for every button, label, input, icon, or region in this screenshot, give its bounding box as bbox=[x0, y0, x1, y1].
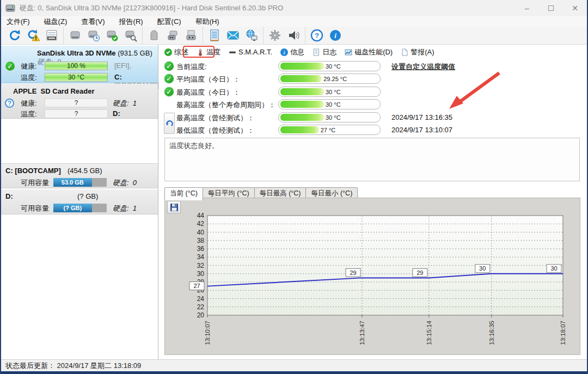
info-circle-icon: i bbox=[280, 48, 288, 56]
partition-name: D: bbox=[5, 192, 13, 200]
svg-text:13:18:07: 13:18:07 bbox=[560, 321, 566, 345]
partition-size: (? GB) bbox=[77, 192, 98, 200]
report-settings-icon[interactable] bbox=[44, 28, 60, 43]
min-temp-timestamp: 2024/9/17 13:10:07 bbox=[391, 126, 452, 134]
svg-text:29: 29 bbox=[416, 269, 423, 276]
health-bar: ? bbox=[45, 99, 108, 107]
tab-performance[interactable]: 磁盘性能(D) bbox=[345, 47, 393, 57]
temp-row-label: 平均温度（今日）： bbox=[176, 75, 240, 84]
efi-label: [EFI], bbox=[114, 62, 131, 70]
menu-config[interactable]: 配置(C) bbox=[157, 17, 181, 27]
help-icon[interactable]: ? bbox=[309, 28, 325, 43]
save-chart-button[interactable] bbox=[167, 201, 181, 213]
menu-disk[interactable]: 磁盘(Z) bbox=[44, 17, 68, 27]
health-label: 健康: bbox=[21, 62, 37, 71]
temp-row-label: 最高温度（整个寿命周期间）： bbox=[176, 100, 275, 110]
annotation-arrow bbox=[445, 70, 505, 113]
info-icon[interactable]: i bbox=[327, 28, 344, 43]
disk-clock-icon[interactable] bbox=[85, 28, 102, 43]
status-ok-icon: ✓ bbox=[164, 87, 174, 97]
disk-check-icon[interactable] bbox=[104, 28, 120, 43]
svg-text:30: 30 bbox=[197, 270, 205, 278]
save-icon bbox=[170, 203, 179, 212]
tab-alerts[interactable]: 警报(A) bbox=[401, 47, 434, 57]
temp-bar-value: 30 °C bbox=[326, 114, 341, 121]
undo-icon bbox=[166, 120, 173, 127]
tab-information[interactable]: i信息 bbox=[280, 47, 304, 57]
temp-bar-value: 30 °C bbox=[326, 101, 341, 108]
title-bar: 硬盘: 0, SanDisk Ultra 3D NVMe [21273K8009… bbox=[1, 0, 587, 16]
svg-text:13:16:35: 13:16:35 bbox=[488, 321, 495, 345]
temp-bar-value: 30 °C bbox=[326, 63, 341, 70]
temp-bar-value: 29.25 °C bbox=[323, 76, 347, 82]
disk-size: (931.5 GB) bbox=[118, 49, 152, 57]
svg-text:?: ? bbox=[315, 32, 319, 40]
temp-row-label: 当前温度: bbox=[176, 62, 207, 72]
temperature-chart-panel: 2022242628303234363840424413:10:0713:13:… bbox=[164, 198, 580, 355]
tab-log[interactable]: 日志 bbox=[313, 47, 336, 57]
enclosure-icon[interactable] bbox=[146, 28, 162, 43]
capacity-bar: 53.0 GB bbox=[53, 178, 107, 187]
close-button[interactable]: ✕ bbox=[563, 0, 587, 16]
svg-text:13:15:14: 13:15:14 bbox=[426, 320, 432, 345]
disk-hardware-icon[interactable] bbox=[183, 28, 199, 43]
temperature-line-chart[interactable]: 2022242628303234363840424413:10:0713:13:… bbox=[165, 198, 581, 355]
disk-name: SD Card Reader bbox=[41, 87, 95, 95]
temp-row-label: 最高温度（今日）： bbox=[176, 88, 240, 97]
maximize-button[interactable]: ☐ bbox=[539, 0, 563, 16]
toolbar: ? i bbox=[1, 27, 587, 45]
svg-text:38: 38 bbox=[197, 237, 205, 244]
chart-tab-current[interactable]: 当前 (°C) bbox=[164, 187, 203, 200]
temperature-status-box: 温度状态良好。 bbox=[164, 138, 580, 181]
performance-chart-icon bbox=[345, 48, 352, 56]
reset-minmax-button[interactable] bbox=[164, 113, 175, 134]
temp-bar-fill bbox=[280, 101, 324, 108]
annotation-highlight-box bbox=[183, 46, 215, 58]
app-window: 硬盘: 0, SanDisk Ultra 3D NVMe [21273K8009… bbox=[0, 0, 588, 374]
status-ok-icon: ✓ bbox=[164, 61, 174, 71]
menu-view[interactable]: 查看(V) bbox=[81, 17, 105, 27]
window-title: 硬盘: 0, SanDisk Ultra 3D NVMe [21273K8009… bbox=[20, 3, 283, 13]
window-bottom-edge bbox=[1, 371, 587, 374]
temp-bar-fill bbox=[280, 88, 324, 95]
tab-smart[interactable]: S.M.A.R.T. bbox=[229, 48, 272, 56]
partition-size: (454.5 GB) bbox=[68, 167, 102, 175]
menu-report[interactable]: 报告(R) bbox=[119, 17, 143, 27]
temp-bar-fill bbox=[280, 114, 324, 121]
disk-connector-icon[interactable] bbox=[164, 28, 181, 43]
temp-bar-fill bbox=[280, 75, 322, 82]
temp-bar-value: 30 °C bbox=[326, 89, 341, 95]
capacity-bar-fill: 53.0 GB bbox=[53, 178, 92, 187]
disk-item-sandisk[interactable]: SanDisk Ultra 3D NVMe (931.5 GB) 硬盘: 0 ✓… bbox=[1, 46, 158, 83]
menu-file[interactable]: 文件(F) bbox=[7, 17, 30, 27]
disk-icon[interactable] bbox=[67, 28, 83, 43]
refresh-alert-icon[interactable] bbox=[25, 28, 41, 43]
svg-text:32: 32 bbox=[197, 262, 205, 269]
health-bar: 100 % bbox=[45, 62, 108, 70]
menu-help[interactable]: 帮助(H) bbox=[195, 17, 219, 27]
disk-number-label: 硬盘: 0 bbox=[113, 178, 137, 188]
refresh-icon[interactable] bbox=[7, 28, 23, 43]
disk-number-label: 硬盘: 1 bbox=[113, 99, 137, 108]
temp-label: 温度: bbox=[21, 73, 37, 83]
disk-search-icon[interactable] bbox=[122, 28, 139, 43]
svg-text:29: 29 bbox=[350, 269, 356, 276]
notes-icon[interactable] bbox=[206, 28, 223, 43]
disk-list-sidebar: SanDisk Ultra 3D NVMe (931.5 GB) 硬盘: 0 ✓… bbox=[1, 45, 158, 359]
temp-row-label: 最低温度（曾经测试）： bbox=[176, 126, 254, 136]
menu-bar: 文件(F) 磁盘(Z) 查看(V) 报告(R) 配置(C) 帮助(H) bbox=[1, 16, 587, 27]
app-icon bbox=[5, 4, 15, 13]
svg-text:34: 34 bbox=[197, 253, 205, 261]
partition-item-c[interactable]: C: [BOOTCAMP] (454.5 GB) 可用容量 53.0 GB 硬盘… bbox=[1, 163, 158, 188]
sound-icon[interactable] bbox=[285, 28, 302, 43]
network-icon[interactable] bbox=[243, 28, 260, 43]
settings-gear-icon[interactable] bbox=[267, 28, 283, 43]
minimize-button[interactable]: – bbox=[515, 0, 539, 16]
disk-item-sdcard[interactable]: APPLE SD Card Reader ? 健康: ? 硬盘: 1 温度: ?… bbox=[1, 84, 158, 119]
mail-icon[interactable] bbox=[225, 28, 241, 43]
partition-item-d[interactable]: D: (? GB) 可用容量 (? GB) 硬盘: 1 bbox=[1, 189, 158, 214]
temp-row-bar: 30 °C bbox=[278, 99, 381, 109]
temp-row-bar: 30 °C bbox=[278, 61, 381, 71]
disk-name: SanDisk Ultra 3D NVMe bbox=[37, 49, 116, 57]
svg-text:30: 30 bbox=[550, 265, 557, 272]
